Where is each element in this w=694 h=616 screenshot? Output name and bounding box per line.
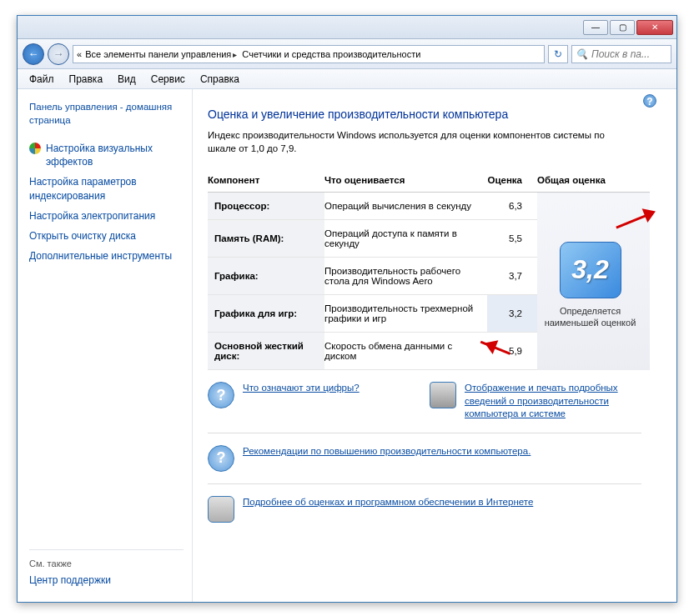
- sidebar-action-center[interactable]: Центр поддержки: [29, 573, 184, 587]
- row-score-cpu: 6,3: [487, 193, 537, 220]
- sidebar-item-visual-effects[interactable]: Настройка визуальных эффектов: [46, 142, 184, 168]
- page-description: Индекс производительности Windows исполь…: [208, 129, 633, 155]
- menu-edit[interactable]: Правка: [63, 72, 110, 87]
- printer-icon: [430, 382, 456, 408]
- row-score-disk: 5,9: [487, 333, 537, 370]
- breadcrumb-performance[interactable]: Счетчики и средства производительности: [240, 49, 422, 59]
- th-eval: Что оценивается: [324, 170, 487, 193]
- content-area: ? Оценка и увеличение производительности…: [193, 89, 676, 602]
- sidebar-see-also: См. также Центр поддержки: [29, 549, 184, 593]
- software-icon: [208, 496, 234, 523]
- search-icon: 🔍: [576, 48, 588, 60]
- row-comp-graphics: Графика:: [208, 258, 324, 295]
- menubar: Файл Правка Вид Сервис Справка: [18, 69, 676, 89]
- sidebar-item-power[interactable]: Настройка электропитания: [29, 209, 184, 223]
- shield-icon: [29, 143, 41, 154]
- close-button[interactable]: ✕: [636, 20, 673, 35]
- body: Панель управления - домашняя страница На…: [18, 89, 676, 602]
- see-also-label: См. также: [29, 558, 184, 568]
- ratings-table: Компонент Что оценивается Оценка Общая о…: [208, 170, 650, 370]
- link-recommendations[interactable]: Рекомендации по повышению производительн…: [243, 445, 531, 458]
- table-row: Процессор: Операций вычисления в секунду…: [208, 193, 650, 220]
- menu-service[interactable]: Сервис: [144, 72, 192, 87]
- row-eval-cpu: Операций вычисления в секунду: [324, 193, 487, 220]
- links-row-2: ? Рекомендации по повышению производител…: [208, 433, 641, 484]
- question-icon: ?: [208, 445, 234, 472]
- row-eval-gaming: Производительность трехмерной графики и …: [324, 295, 487, 333]
- links-row-1: ? Что означают эти цифры? Отображение и …: [208, 370, 641, 433]
- menu-file[interactable]: Файл: [23, 72, 61, 87]
- nav-back-button[interactable]: ←: [23, 43, 44, 65]
- address-bar[interactable]: « Все элементы панели управления Счетчик…: [73, 45, 545, 63]
- row-score-ram: 5,5: [487, 220, 537, 258]
- row-score-graphics: 3,7: [487, 258, 537, 295]
- refresh-button[interactable]: ↻: [548, 45, 568, 63]
- page-title: Оценка и увеличение производительности к…: [208, 108, 676, 121]
- nav-forward-button[interactable]: →: [48, 43, 69, 65]
- search-input[interactable]: 🔍 Поиск в па...: [571, 45, 671, 63]
- th-component: Компонент: [208, 170, 324, 193]
- link-what-digits[interactable]: Что означают эти цифры?: [243, 382, 360, 395]
- menu-view[interactable]: Вид: [111, 72, 143, 87]
- breadcrumb-all-items[interactable]: Все элементы панели управления: [83, 49, 240, 59]
- control-panel-window: — ▢ ✕ ← → « Все элементы панели управлен…: [17, 15, 677, 603]
- breadcrumb-prefix: «: [75, 49, 83, 59]
- overall-note: Определяется наименьшей оценкой: [537, 305, 643, 329]
- sidebar-home[interactable]: Панель управления - домашняя страница: [29, 101, 184, 127]
- overall-score-badge: 3,2: [560, 242, 621, 298]
- row-eval-disk: Скорость обмена данными с диском: [324, 333, 487, 370]
- th-overall: Общая оценка: [537, 170, 650, 193]
- search-placeholder: Поиск в па...: [591, 48, 650, 60]
- link-more-software[interactable]: Подробнее об оценках и программном обесп…: [243, 496, 533, 509]
- sidebar-item-indexing[interactable]: Настройка параметров индексирования: [29, 175, 184, 202]
- sidebar-item-disk-cleanup[interactable]: Открыть очистку диска: [29, 229, 184, 243]
- links-row-3: Подробнее об оценках и программном обесп…: [208, 484, 641, 534]
- minimize-button[interactable]: —: [583, 20, 608, 35]
- help-icon[interactable]: ?: [643, 94, 656, 108]
- row-eval-ram: Операций доступа к памяти в секунду: [324, 220, 487, 258]
- link-print-details[interactable]: Отображение и печать подробных сведений …: [465, 382, 641, 421]
- sidebar-item-more-tools[interactable]: Дополнительные инструменты: [29, 249, 184, 263]
- overall-cell: 3,2 Определяется наименьшей оценкой: [537, 193, 650, 370]
- navbar: ← → « Все элементы панели управления Сче…: [18, 39, 676, 69]
- row-comp-gaming: Графика для игр:: [208, 295, 324, 333]
- question-icon: ?: [208, 382, 234, 408]
- maximize-button[interactable]: ▢: [610, 20, 635, 35]
- th-score: Оценка: [487, 170, 537, 193]
- sidebar: Панель управления - домашняя страница На…: [18, 89, 193, 602]
- row-comp-cpu: Процессор:: [208, 193, 324, 220]
- row-score-gaming: 3,2: [487, 295, 537, 333]
- row-comp-ram: Память (RAM):: [208, 220, 324, 258]
- row-eval-graphics: Производительность рабочего стола для Wi…: [324, 258, 487, 295]
- titlebar: — ▢ ✕: [18, 16, 676, 39]
- row-comp-disk: Основной жесткий диск:: [208, 333, 324, 370]
- menu-help[interactable]: Справка: [194, 72, 246, 87]
